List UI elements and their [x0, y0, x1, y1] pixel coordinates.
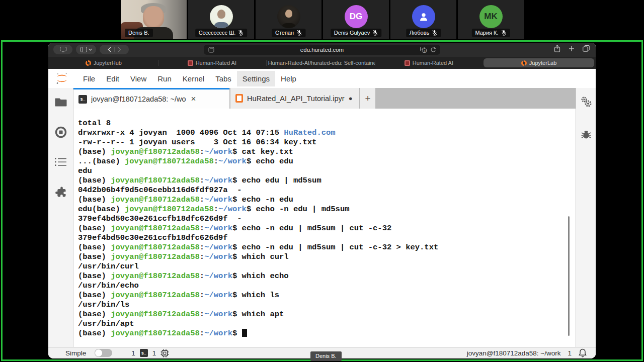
hurated-favicon — [405, 60, 410, 66]
terminal-line: /usr/bin/ls — [78, 300, 566, 310]
terminal-line: 379ef4bd50c30e261ccfb18dfc626d9f — [78, 233, 566, 243]
chevron-down-icon — [89, 48, 92, 51]
window-controls-button[interactable] — [53, 45, 72, 54]
person-icon — [418, 11, 429, 22]
terminal-line: /usr/bin/apt — [78, 319, 566, 329]
running-sessions-icon[interactable] — [55, 126, 67, 138]
dock-tab-bar: $_ jovyan@f180712ada58: ~/wo × HuRated_A… — [73, 88, 576, 109]
hurated-favicon — [188, 60, 193, 66]
browser-tab-title: JupyterHub — [94, 60, 122, 66]
participant-name: Denis B. — [128, 30, 149, 36]
avatar: DG — [345, 5, 368, 28]
browser-tab-2[interactable]: Human-Rated AI — [158, 57, 267, 69]
table-of-contents-icon[interactable] — [55, 157, 67, 166]
session-path-label[interactable]: jovyan@f180712ada58: ~/work — [467, 349, 561, 357]
terminal-line: -rw-r--r-- 1 jovyan users 3 Oct 16 06:34… — [78, 138, 566, 147]
browser-window: edu.hurated.com aA JupyterHubHuman-Rated… — [48, 43, 596, 358]
participant-tile[interactable]: Степан — [256, 0, 321, 39]
browser-tab-title: Human-Rated AI — [413, 60, 453, 66]
menu-run[interactable]: Run — [152, 71, 177, 86]
menu-settings[interactable]: Settings — [237, 71, 275, 86]
screen-sharer-name-tag: Denis B. — [310, 351, 342, 361]
avatar: MK — [479, 5, 503, 28]
simple-mode-toggle[interactable] — [95, 349, 112, 357]
browser-tab-5[interactable]: JupyterLab — [484, 58, 594, 67]
terminal-line: (base) jovyan@f180712ada58:~/work$ echo … — [78, 224, 566, 233]
participant-name: Denis Gulyaev — [334, 30, 370, 36]
forward-icon[interactable] — [118, 47, 121, 52]
kernel-count[interactable]: 1 — [152, 349, 156, 357]
toggle-knob — [95, 349, 102, 356]
terminal-count[interactable]: 1 — [131, 349, 135, 357]
debugger-icon[interactable] — [581, 129, 592, 140]
participant-strip: Denis B.Cccccccccc Ш.СтепанDGDenis Gulya… — [121, 0, 524, 39]
terminal-line: (base) jovyan@f180712ada58:~/work$ which… — [78, 252, 566, 262]
terminal-line: 04d2b06b4f9d5c06cebb116d6fdf927a - — [78, 186, 566, 195]
participant-name-tag: Denis B. — [125, 29, 153, 37]
terminal-line: total 8 — [78, 119, 566, 128]
terminal-output[interactable]: total 8drwxrwxr-x 4 jovyan 1000 4096 Oct… — [73, 109, 576, 347]
menu-tabs[interactable]: Tabs — [210, 71, 237, 86]
participant-tile[interactable]: MKМария К. — [458, 0, 524, 39]
participant-name-tag: Мария К. — [471, 29, 510, 37]
property-inspector-icon[interactable] — [580, 96, 593, 109]
tab-overview-icon[interactable] — [583, 45, 590, 52]
participant-tile[interactable]: Cccccccccc Ш. — [188, 0, 254, 39]
sidebar-icon — [80, 47, 87, 52]
browser-tab-4[interactable]: Human-Rated AI — [375, 57, 484, 69]
back-icon[interactable] — [108, 47, 111, 52]
terminal-line: (base) jovyan@f180712ada58:~/work$ — [78, 329, 566, 338]
notification-count[interactable]: 1 — [568, 349, 572, 357]
file-browser-icon[interactable] — [55, 97, 67, 107]
participant-tile[interactable]: Denis B. — [121, 0, 187, 39]
reload-icon[interactable] — [430, 47, 436, 53]
participant-tile[interactable]: DGDenis Gulyaev — [323, 0, 389, 39]
reader-icon — [208, 47, 214, 53]
dock-tab-title: jovyan@f180712ada58: ~/wo — [91, 95, 186, 103]
bell-icon[interactable] — [579, 348, 587, 357]
new-tab-icon[interactable] — [569, 46, 575, 52]
menu-edit[interactable]: Edit — [101, 71, 125, 86]
extensions-icon[interactable] — [55, 186, 67, 198]
browser-tab-bar: JupyterHubHuman-Rated AIHuman-Rated-AI/h… — [48, 57, 596, 69]
terminal-line: ...(base) jovyan@f180712ada58:~/work$ ec… — [78, 157, 566, 166]
menu-bar: FileEditViewRunKernelTabsSettingsHelp — [48, 69, 596, 88]
terminal-line: (base) jovyan@f180712ada58:~/work$ cat k… — [78, 147, 566, 157]
share-icon[interactable] — [554, 45, 560, 52]
right-sidebar — [576, 88, 596, 347]
dock-tab-notebook[interactable]: HuRated_AI_API_Tutorial.ipyr ● — [230, 88, 359, 109]
terminal-icon: $_ — [78, 95, 87, 104]
muted-mic-icon — [372, 30, 378, 36]
browser-tab-1[interactable]: JupyterHub — [49, 57, 158, 69]
participant-tile[interactable]: Любовь — [390, 0, 456, 39]
kernel-icon[interactable] — [160, 349, 169, 357]
sidebar-toggle-button[interactable] — [76, 45, 96, 54]
nav-divider — [114, 47, 115, 52]
jupyter-favicon — [521, 60, 527, 66]
menu-file[interactable]: File — [77, 71, 101, 86]
muted-mic-icon — [296, 30, 302, 36]
translate-icon[interactable]: aA — [420, 47, 427, 53]
browser-toolbar: edu.hurated.com aA — [48, 43, 596, 57]
terminal-line: (base) jovyan@f180712ada58:~/work$ echo … — [78, 243, 566, 252]
terminal-line: (base) jovyan@f180712ada58:~/work$ which… — [78, 291, 566, 300]
close-icon[interactable]: × — [191, 94, 196, 104]
terminal-line: drwxrwxr-x 4 jovyan 1000 4096 Oct 14 07:… — [78, 128, 566, 138]
terminal-scrollbar[interactable] — [568, 216, 570, 336]
jupyterlab-app: FileEditViewRunKernelTabsSettingsHelp $_… — [48, 69, 596, 358]
dock-tab-terminal[interactable]: $_ jovyan@f180712ada58: ~/wo × — [73, 88, 229, 109]
participant-name-tag: Степан — [272, 29, 305, 37]
address-bar[interactable]: edu.hurated.com aA — [204, 45, 440, 55]
browser-tab-title: JupyterLab — [529, 60, 556, 66]
browser-tab-3[interactable]: Human-Rated-AI/hurated-edu: Self-contain… — [266, 57, 375, 69]
avatar — [210, 5, 233, 28]
menu-help[interactable]: Help — [275, 71, 302, 86]
participant-name: Степан — [275, 30, 294, 36]
screen-icon — [60, 47, 66, 52]
new-launcher-button[interactable]: + — [360, 88, 375, 109]
dock-tab-title: HuRated_AI_API_Tutorial.ipyr — [247, 95, 345, 103]
menu-view[interactable]: View — [125, 71, 152, 86]
terminal-icon[interactable]: $_ — [140, 349, 148, 357]
terminal-line: /usr/bin/curl — [78, 262, 566, 272]
menu-kernel[interactable]: Kernel — [177, 71, 210, 86]
